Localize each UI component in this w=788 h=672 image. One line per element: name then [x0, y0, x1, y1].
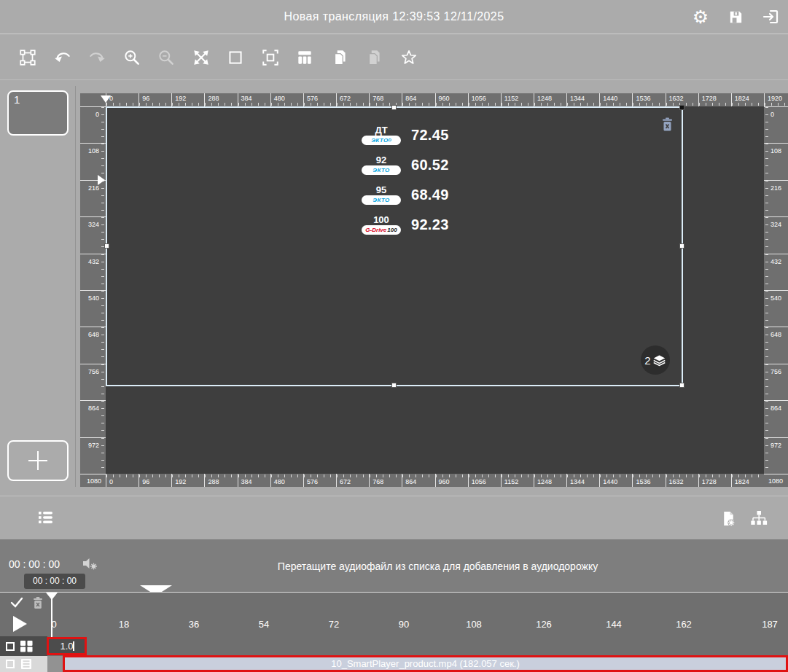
- zoom-out-button[interactable]: [157, 48, 176, 67]
- file-settings-button[interactable]: [719, 509, 737, 527]
- favorites-button[interactable]: [399, 48, 418, 67]
- fuel-price-value: 68.49: [411, 187, 449, 203]
- fuel-badge: 95ЭКТО: [361, 186, 402, 205]
- header-bar: Новая трансляция 12:39:53 12/11/2025 ⚙: [0, 0, 788, 34]
- fit-screen-button[interactable]: [261, 48, 280, 67]
- brand-text: ЭКТО: [372, 165, 389, 175]
- rectangle-tool-button[interactable]: [226, 48, 245, 67]
- page-title: Новая трансляция 12:39:53 12/11/2025: [0, 10, 788, 23]
- ruler-label: 1536: [632, 93, 665, 106]
- film-icon: [20, 658, 33, 670]
- add-slide-button[interactable]: [7, 440, 69, 481]
- ruler-label: 216: [80, 180, 106, 217]
- settings-button[interactable]: ⚙: [692, 8, 709, 26]
- resize-handle-bottom-right[interactable]: [679, 383, 684, 388]
- resize-handle-left[interactable]: [104, 243, 109, 249]
- fuel-price-value: 72.45: [411, 127, 449, 144]
- ruler-label: 1248: [534, 474, 566, 487]
- ruler-label: 864: [402, 93, 434, 106]
- fuel-grade-label: ДТ: [375, 126, 387, 135]
- ruler-label: 972: [80, 437, 106, 474]
- ruler-label: 648: [764, 327, 788, 364]
- brand-text: G-Drive: [365, 225, 386, 235]
- fuel-brand-pill: G-Drive100: [362, 225, 401, 235]
- structure-button[interactable]: [750, 509, 768, 527]
- video-track-row: 10_SmartPlayer_product.mp4 (182.057 сек.…: [0, 656, 788, 672]
- redo-button[interactable]: [87, 48, 106, 67]
- fuel-row: ДТЭКТОD72.45: [361, 125, 449, 145]
- layers-badge[interactable]: 2: [641, 345, 670, 375]
- ruler-label: 768: [369, 474, 402, 487]
- slides-icon: [20, 640, 34, 652]
- video-track-clip[interactable]: 10_SmartPlayer_product.mp4 (182.057 сек.…: [63, 655, 788, 672]
- zoom-in-button[interactable]: [122, 48, 141, 67]
- selected-element-frame[interactable]: ДТЭКТОD72.4592ЭКТО60.5295ЭКТО68.49100G-D…: [106, 106, 683, 386]
- ruler-label: 1056: [468, 93, 501, 106]
- ruler-label: 192: [171, 474, 204, 487]
- edit-toolbar: [0, 35, 788, 80]
- fuel-row: 95ЭКТО68.49: [361, 185, 449, 205]
- vertical-ruler-left: 0108216324432540648756864972: [80, 106, 106, 474]
- slide-track-header: [0, 636, 47, 656]
- ruler-marker-horizontal[interactable]: [101, 95, 111, 108]
- slide-duration-input[interactable]: 1.0: [47, 637, 87, 655]
- ruler-label: 768: [369, 93, 402, 106]
- ruler-label: 96: [139, 93, 171, 106]
- play-button[interactable]: [13, 616, 27, 632]
- main-area: 1 09619228838448057667276886496010561152…: [0, 80, 788, 496]
- resize-handle-bottom[interactable]: [391, 383, 397, 388]
- ruler-label: 192: [171, 93, 204, 106]
- ruler-label: 324: [80, 216, 106, 254]
- ruler-corner-label: 1080: [80, 474, 106, 487]
- timeline-delete-icon[interactable]: [32, 596, 44, 609]
- ruler-label: 1152: [501, 474, 534, 487]
- vertical-ruler-right: 0108216324432540648756864972: [764, 106, 788, 474]
- resize-diagonal-button[interactable]: [192, 48, 211, 67]
- fuel-grade-label: 92: [376, 156, 386, 165]
- ruler-label: 0: [80, 106, 106, 144]
- timeline-tick-label: 36: [189, 619, 199, 630]
- ruler-label: 960: [435, 474, 468, 487]
- paste-button[interactable]: [364, 48, 383, 67]
- layers-count: 2: [644, 354, 650, 367]
- copy-button[interactable]: [330, 48, 349, 67]
- ruler-label: 1632: [666, 474, 698, 487]
- video-track-checkbox[interactable]: [6, 660, 15, 668]
- ruler-label: 1728: [698, 474, 731, 487]
- columns-view-button[interactable]: [295, 48, 314, 67]
- gear-icon: ⚙: [693, 8, 709, 26]
- ruler-label: 0: [764, 106, 788, 144]
- exit-button[interactable]: [762, 8, 779, 26]
- content-toolbar-actions: [719, 509, 768, 527]
- transform-tool-button[interactable]: [18, 48, 37, 67]
- ruler-label: 864: [402, 474, 434, 487]
- ruler-label: 432: [764, 254, 788, 291]
- resize-handle-top[interactable]: [391, 105, 397, 110]
- slide-thumbnail[interactable]: 1: [7, 90, 69, 136]
- resize-handle-top-right[interactable]: [679, 105, 684, 110]
- undo-button[interactable]: [53, 48, 72, 67]
- audio-playhead-marker[interactable]: [140, 585, 172, 592]
- fuel-grade-label: 95: [376, 186, 386, 195]
- slide-track-checkbox[interactable]: [6, 642, 15, 651]
- slide-number: 1: [14, 93, 20, 106]
- apply-icon[interactable]: [10, 597, 23, 609]
- ruler-label: 480: [270, 474, 303, 487]
- resize-handle-right[interactable]: [679, 243, 684, 249]
- ruler-label: 648: [80, 327, 106, 364]
- timeline-ruler-row[interactable]: 01836547290108126144162187: [0, 612, 788, 636]
- ruler-label: 1152: [501, 93, 534, 106]
- timeline-tick-label: 108: [466, 619, 482, 630]
- content-list-button[interactable]: [38, 511, 54, 524]
- ruler-label: 1920: [764, 93, 788, 106]
- timeline-tick-label: 54: [259, 619, 269, 630]
- ruler-marker-vertical[interactable]: [98, 175, 110, 185]
- timeline-playhead-marker[interactable]: [46, 593, 58, 606]
- ruler-label: 216: [764, 180, 788, 217]
- save-button[interactable]: [727, 8, 744, 26]
- slide-canvas[interactable]: ДТЭКТОD72.4592ЭКТО60.5295ЭКТО68.49100G-D…: [106, 106, 764, 474]
- brand-text: 100: [387, 225, 397, 235]
- ruler-label: 288: [204, 474, 237, 487]
- ruler-corner-label: 1080: [764, 474, 788, 487]
- delete-element-icon[interactable]: [660, 117, 674, 132]
